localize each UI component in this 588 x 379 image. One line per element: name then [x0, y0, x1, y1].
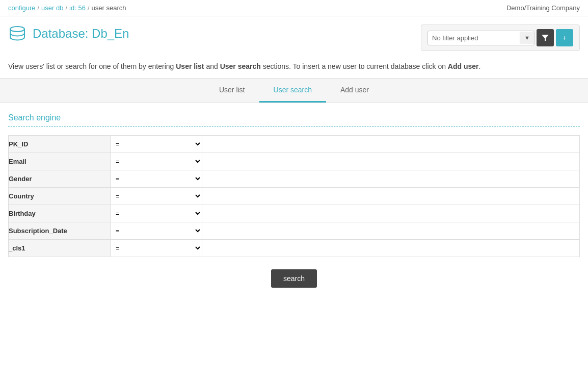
- filter-bar: No filter applied ▼ +: [421, 24, 580, 51]
- table-row: Email=!=><>=<=LIKENOT LIKEIS NULLIS NOT …: [9, 153, 580, 170]
- field-label-subscription_date: Subscription_Date: [9, 222, 111, 240]
- tab-user-search[interactable]: User search: [259, 79, 326, 103]
- field-operator-subscription_date: =!=><>=<=LIKENOT LIKEIS NULLIS NOT NULL: [111, 222, 202, 240]
- database-icon: [8, 24, 26, 43]
- search-engine-title: Search engine: [8, 113, 580, 127]
- breadcrumb-sep3: /: [88, 4, 90, 12]
- company-name: Demo/Training Company: [506, 4, 580, 12]
- field-value-pk_id: [202, 136, 580, 153]
- value-input-country[interactable]: [202, 188, 579, 204]
- field-value-email: [202, 153, 580, 170]
- user-list-strong: User list: [176, 62, 204, 70]
- operator-select-pk_id[interactable]: =!=><>=<=LIKENOT LIKEIS NULLIS NOT NULL: [111, 136, 202, 153]
- plus-icon: +: [563, 34, 567, 42]
- filter-select-wrapper: No filter applied ▼: [427, 31, 534, 45]
- breadcrumb-configure[interactable]: configure: [8, 4, 35, 12]
- search-button[interactable]: search: [271, 269, 317, 288]
- value-input-subscription_date[interactable]: [202, 223, 579, 239]
- value-input-birthday[interactable]: [202, 206, 579, 221]
- field-label-email: Email: [9, 153, 111, 170]
- operator-select-birthday[interactable]: =!=><>=<=LIKENOT LIKEIS NULLIS NOT NULL: [111, 205, 202, 222]
- field-operator-email: =!=><>=<=LIKENOT LIKEIS NULLIS NOT NULL: [111, 153, 202, 170]
- tabs-bar: User list User search Add user: [0, 78, 588, 103]
- search-table: PK_ID=!=><>=<=LIKENOT LIKEIS NULLIS NOT …: [8, 135, 580, 257]
- field-operator-birthday: =!=><>=<=LIKENOT LIKEIS NULLIS NOT NULL: [111, 205, 202, 222]
- field-value-birthday: [202, 205, 580, 222]
- breadcrumb-id[interactable]: id: 56: [69, 4, 86, 12]
- search-button-wrapper: search: [8, 257, 580, 296]
- svg-point-0: [10, 27, 24, 32]
- header-section: Database: Db_En No filter applied ▼ +: [0, 16, 588, 55]
- breadcrumb-current: user search: [92, 4, 126, 12]
- field-operator-gender: =!=><>=<=LIKENOT LIKEIS NULLIS NOT NULL: [111, 170, 202, 188]
- table-row: PK_ID=!=><>=<=LIKENOT LIKEIS NULLIS NOT …: [9, 136, 580, 153]
- value-input-pk_id[interactable]: [202, 136, 579, 152]
- field-label-pk_id: PK_ID: [9, 136, 111, 153]
- operator-select-subscription_date[interactable]: =!=><>=<=LIKENOT LIKEIS NULLIS NOT NULL: [111, 222, 202, 239]
- filter-add-button[interactable]: +: [556, 29, 573, 46]
- filter-dropdown-arrow-icon[interactable]: ▼: [520, 32, 534, 44]
- table-row: Country=!=><>=<=LIKENOT LIKEIS NULLIS NO…: [9, 188, 580, 205]
- field-label-cls1: _cls1: [9, 240, 111, 257]
- operator-select-gender[interactable]: =!=><>=<=LIKENOT LIKEIS NULLIS NOT NULL: [111, 170, 202, 187]
- svg-marker-1: [542, 35, 549, 41]
- breadcrumb: configure / user db / id: 56 / user sear…: [0, 0, 588, 16]
- filter-apply-button[interactable]: [537, 29, 554, 46]
- breadcrumb-sep1: /: [37, 4, 39, 12]
- field-value-cls1: [202, 240, 580, 257]
- field-label-country: Country: [9, 188, 111, 205]
- operator-select-email[interactable]: =!=><>=<=LIKENOT LIKEIS NULLIS NOT NULL: [111, 153, 202, 170]
- table-row: Subscription_Date=!=><>=<=LIKENOT LIKEIS…: [9, 222, 580, 240]
- value-input-email[interactable]: [202, 154, 579, 169]
- user-search-strong: User search: [220, 62, 261, 70]
- tab-add-user[interactable]: Add user: [326, 79, 383, 103]
- field-label-gender: Gender: [9, 170, 111, 188]
- breadcrumb-user-db[interactable]: user db: [41, 4, 63, 12]
- field-label-birthday: Birthday: [9, 205, 111, 222]
- value-input-cls1[interactable]: [202, 240, 579, 256]
- description-text: View users' list or search for one of th…: [0, 55, 588, 78]
- table-row: Birthday=!=><>=<=LIKENOT LIKEIS NULLIS N…: [9, 205, 580, 222]
- value-input-gender[interactable]: [202, 171, 579, 187]
- filter-select[interactable]: No filter applied: [428, 31, 520, 45]
- table-row: Gender=!=><>=<=LIKENOT LIKEIS NULLIS NOT…: [9, 170, 580, 188]
- field-operator-country: =!=><>=<=LIKENOT LIKEIS NULLIS NOT NULL: [111, 188, 202, 205]
- field-value-gender: [202, 170, 580, 188]
- field-operator-pk_id: =!=><>=<=LIKENOT LIKEIS NULLIS NOT NULL: [111, 136, 202, 153]
- operator-select-cls1[interactable]: =!=><>=<=LIKENOT LIKEIS NULLIS NOT NULL: [111, 240, 202, 257]
- operator-select-country[interactable]: =!=><>=<=LIKENOT LIKEIS NULLIS NOT NULL: [111, 188, 202, 205]
- field-operator-cls1: =!=><>=<=LIKENOT LIKEIS NULLIS NOT NULL: [111, 240, 202, 257]
- table-row: _cls1=!=><>=<=LIKENOT LIKEIS NULLIS NOT …: [9, 240, 580, 257]
- db-title: Database: Db_En: [8, 24, 129, 43]
- db-title-text: Database: Db_En: [33, 27, 129, 41]
- field-value-subscription_date: [202, 222, 580, 240]
- main-content: Search engine PK_ID=!=><>=<=LIKENOT LIKE…: [0, 103, 588, 306]
- field-value-country: [202, 188, 580, 205]
- breadcrumb-sep2: /: [65, 4, 67, 12]
- tab-user-list[interactable]: User list: [205, 79, 259, 103]
- add-user-strong: Add user: [448, 62, 479, 70]
